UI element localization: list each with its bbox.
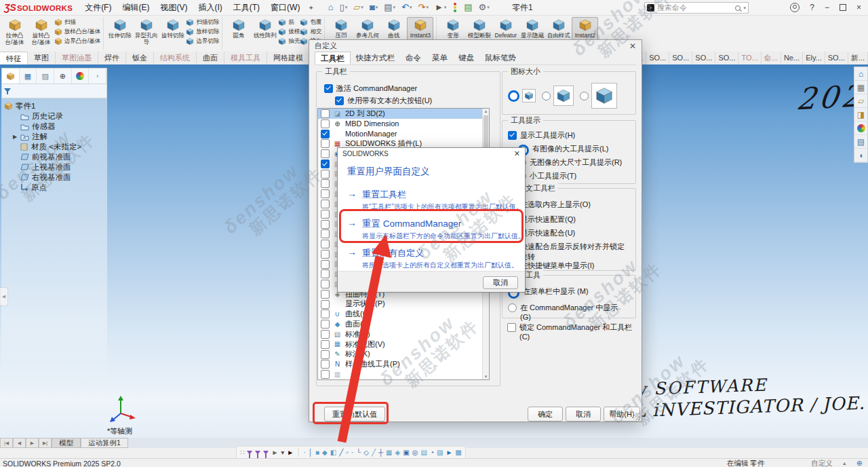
toolbar-list-item-显示状态(P)[interactable]: 显示状态(P): [318, 299, 489, 310]
dialog-tab-快捷方式栏[interactable]: 快捷方式栏: [351, 52, 401, 64]
mini-tool-icon-14[interactable]: ▫: [346, 449, 349, 456]
radio-icon[interactable]: [542, 92, 551, 100]
printer-icon[interactable]: ▦: [854, 81, 867, 94]
checkbox-icon[interactable]: [321, 340, 330, 349]
ribbon-button-相交[interactable]: 相交: [300, 28, 321, 36]
radio-icon[interactable]: [580, 92, 589, 100]
tab-SO...[interactable]: SO...: [715, 52, 738, 64]
radio-icon[interactable]: [508, 90, 519, 102]
show-tooltips-checkbox[interactable]: 显示工具提示(H): [508, 130, 575, 141]
toolbar-list-item-标准视图(V)[interactable]: ▦标准视图(V): [318, 339, 489, 350]
checkbox-icon[interactable]: [321, 320, 330, 329]
dialog-tab-命令[interactable]: 命令: [400, 52, 427, 64]
ribbon-button-压凹[interactable]: 压凹: [328, 17, 354, 41]
pin-icon[interactable]: ✦: [308, 4, 313, 12]
filter-funnel-icon[interactable]: [263, 451, 269, 455]
scroll-up-icon[interactable]: ▲: [483, 109, 489, 113]
search-caret-icon[interactable]: ▾: [743, 5, 746, 11]
checkbox-icon[interactable]: [321, 130, 330, 138]
ribbon-button-自由样式[interactable]: 自由样式: [545, 17, 572, 41]
mini-tool-icon-12[interactable]: ◧: [330, 449, 336, 456]
dropdown-caret-icon[interactable]: ▾: [426, 5, 429, 10]
model-nav-▶[interactable]: ▶: [26, 438, 39, 448]
feature-manager-tab-target[interactable]: ⊕: [54, 69, 72, 83]
model-tab-模型[interactable]: 模型: [52, 438, 81, 448]
checkbox-icon[interactable]: [508, 131, 517, 140]
expander-icon[interactable]: ▶: [12, 134, 18, 140]
subdialog-close-icon[interactable]: ✕: [514, 149, 520, 158]
model-nav-|◀[interactable]: |◀: [0, 438, 13, 448]
appearance-icon[interactable]: ▤: [462, 2, 474, 13]
tab-命...[interactable]: 命...: [762, 52, 781, 64]
menu-编辑[interactable]: 编辑(E): [117, 0, 155, 15]
checkbox-icon[interactable]: [335, 96, 344, 105]
filter-funnel-icon[interactable]: [247, 451, 252, 455]
checkbox-icon[interactable]: [324, 84, 333, 93]
tab-SO...[interactable]: SO...: [669, 52, 692, 64]
tab-草图[interactable]: 草图: [28, 52, 56, 64]
reset-to-defaults-button[interactable]: 重置为默认值: [324, 407, 385, 422]
mini-tool-icon-21[interactable]: ◈: [395, 449, 401, 456]
tab-新...[interactable]: 新...: [848, 52, 868, 64]
lock-commandmanager-checkbox[interactable]: 锁定 CommandManager 和工具栏(C): [507, 322, 642, 341]
mini-tool-icon-23[interactable]: ◎: [412, 449, 418, 456]
ribbon-button-拉伸凸台/基体[interactable]: 拉伸凸台/基体: [1, 17, 28, 47]
ribbon-button-圆角[interactable]: 圆角: [225, 17, 252, 41]
tree-item-材质 <未指定>[interactable]: 材质 <未指定>: [1, 142, 107, 152]
activate-commandmanager-checkbox[interactable]: 激活 CommandManager: [324, 83, 417, 94]
mini-tool-icon-22[interactable]: ▣: [403, 449, 409, 456]
tab-Ne...[interactable]: Ne...: [781, 52, 803, 64]
toolbar-list-item-标注(K)[interactable]: ✎标注(K): [318, 349, 489, 359]
dialog-tab-鼠标笔势[interactable]: 鼠标笔势: [479, 52, 521, 64]
ribbon-button-拔模[interactable]: 拔模: [278, 28, 300, 36]
checkbox-icon[interactable]: [321, 220, 330, 229]
undo-icon[interactable]: ↶▾: [399, 2, 414, 13]
help-icon[interactable]: ?: [810, 3, 814, 12]
close-button[interactable]: ×: [856, 3, 861, 12]
ribbon-button-扫描[interactable]: 扫描: [54, 18, 100, 26]
mini-tool-icon-28[interactable]: ▩: [455, 449, 461, 456]
toolbar-list-item-MBD Dimension[interactable]: ⊕MBD Dimension: [318, 119, 489, 129]
tab-模具工具[interactable]: 模具工具: [224, 52, 267, 64]
ribbon-button-线性阵列[interactable]: 线性阵列: [252, 17, 278, 41]
select-icon[interactable]: ►▾: [433, 2, 448, 13]
toolbar-list-item-曲面(E)[interactable]: ◆曲面(E): [318, 319, 489, 329]
home-icon[interactable]: ⌂: [854, 67, 867, 81]
mini-tool-icon-5[interactable]: ▾: [281, 449, 284, 456]
mini-tool-icon-9[interactable]: │: [309, 449, 313, 456]
radio-icon[interactable]: [508, 303, 517, 312]
checkbox-icon[interactable]: [321, 290, 330, 299]
mini-tool-icon-20[interactable]: ▦: [386, 449, 392, 456]
toolbar-list-item-2D 到 3D(2)[interactable]: ◪2D 到 3D(2): [318, 109, 489, 119]
toolbar-list-item-样条曲线工具(P)[interactable]: N样条曲线工具(P): [318, 359, 489, 369]
checkbox-icon[interactable]: [321, 280, 330, 288]
mini-tool-icon-7[interactable]: │: [296, 449, 300, 456]
tab-特征[interactable]: 特征: [0, 52, 28, 64]
tab-SO...[interactable]: SO...: [646, 52, 669, 64]
tree-item-原点[interactable]: 原点: [1, 183, 107, 193]
feature-manager-tab-grid[interactable]: ▦: [20, 69, 37, 83]
reset-option-label[interactable]: 重置工具栏: [362, 189, 406, 200]
mini-tool-icon-16[interactable]: └: [356, 449, 361, 456]
search-context-icon[interactable]: ›: [647, 4, 654, 12]
ribbon-button-抽壳[interactable]: 抽壳: [278, 37, 300, 45]
icon-size-option-0[interactable]: [508, 89, 536, 102]
cancel-button[interactable]: 取消: [566, 407, 601, 422]
toolbar-list-item[interactable]: ▥: [318, 369, 489, 379]
mini-tool-icon-0[interactable]: ∷: [240, 449, 244, 456]
ribbon-button-扫描切除[interactable]: 扫描切除: [186, 18, 219, 26]
resize-grip[interactable]: [633, 413, 640, 420]
mini-tool-icon-24[interactable]: ▤: [420, 449, 427, 456]
checkbox-icon[interactable]: [321, 260, 330, 269]
checkbox-icon[interactable]: [321, 330, 330, 339]
search-input[interactable]: › 搜索命令 ▾: [644, 2, 749, 14]
mini-tool-icon-25[interactable]: ◔: [430, 449, 434, 456]
ribbon-button-旋转凸台/基体[interactable]: 旋转凸台/基体: [28, 17, 54, 47]
ribbon-button-异型孔向导[interactable]: 异型孔向导: [133, 17, 159, 47]
checkbox-icon[interactable]: [321, 310, 330, 318]
mini-tool-icon-18[interactable]: ╱: [372, 449, 376, 456]
dialog-title-bar[interactable]: 自定义 ✕: [309, 40, 642, 52]
feature-manager-tab-part[interactable]: [2, 69, 20, 83]
model-nav-▶|[interactable]: ▶|: [39, 438, 52, 448]
reset-option-label[interactable]: 重置 CommandManager: [362, 219, 461, 229]
